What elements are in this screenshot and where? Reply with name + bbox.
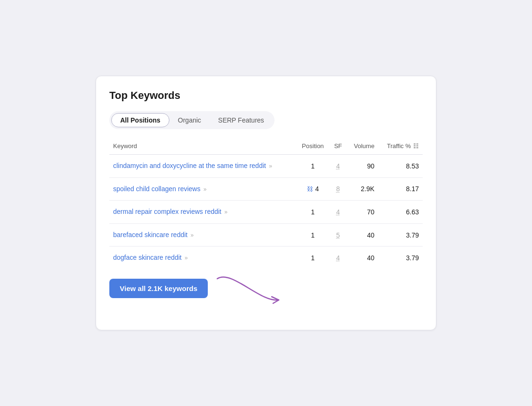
keyword-link[interactable]: spoiled child collagen reviews »	[113, 185, 206, 193]
volume-cell: 90	[347, 155, 379, 178]
table-row: spoiled child collagen reviews »⛓482.9K8…	[109, 177, 423, 201]
card-title: Top Keywords	[109, 89, 423, 102]
position-value: 4	[315, 185, 319, 193]
chevron-double-icon: »	[202, 186, 206, 193]
tab-group: All Positions Organic SERP Features	[109, 111, 275, 129]
sf-cell: 4	[329, 155, 347, 178]
filter-icon[interactable]: ☷	[413, 142, 419, 150]
position-cell: 1	[296, 155, 329, 178]
position-value: 1	[311, 208, 315, 216]
chevron-double-icon: »	[223, 209, 228, 215]
keyword-link[interactable]: barefaced skincare reddit »	[113, 231, 194, 238]
sf-value: 4	[336, 254, 340, 262]
keyword-link[interactable]: clindamycin and doxycycline at the same …	[113, 162, 272, 169]
chevron-double-icon: »	[189, 232, 194, 238]
traffic-cell: 8.53	[378, 155, 423, 178]
table-row: clindamycin and doxycycline at the same …	[109, 155, 423, 178]
traffic-cell: 3.79	[378, 247, 423, 269]
volume-cell: 40	[347, 247, 379, 269]
top-keywords-card: Top Keywords All Positions Organic SERP …	[96, 76, 436, 330]
sf-value: 8	[336, 185, 340, 193]
keywords-table: Keyword Position SF Volume Traffic % ☷ c…	[109, 140, 423, 269]
tab-all-positions[interactable]: All Positions	[111, 113, 169, 127]
tab-organic[interactable]: Organic	[169, 113, 210, 127]
table-row: dogface skincare reddit »14403.79	[109, 247, 423, 269]
position-cell: 1	[296, 223, 329, 247]
traffic-cell: 3.79	[378, 223, 423, 247]
col-header-keyword: Keyword	[109, 140, 296, 155]
traffic-cell: 8.17	[378, 177, 423, 201]
col-header-sf: SF	[329, 140, 347, 155]
view-all-button[interactable]: View all 2.1K keywords	[109, 279, 208, 298]
table-row: barefaced skincare reddit »15403.79	[109, 223, 423, 247]
sf-cell: 5	[329, 223, 347, 247]
traffic-cell: 6.63	[378, 201, 423, 224]
position-cell: 1	[296, 201, 329, 224]
sf-value: 4	[336, 208, 340, 216]
position-value: 1	[311, 231, 315, 239]
position-value: 1	[311, 162, 315, 170]
col-header-traffic: Traffic % ☷	[378, 140, 423, 155]
volume-cell: 40	[347, 223, 379, 247]
chevron-double-icon: »	[267, 163, 272, 169]
position-value: 1	[311, 254, 315, 262]
table-row: dermal repair complex reviews reddit »14…	[109, 201, 423, 224]
volume-cell: 2.9K	[347, 177, 379, 201]
sf-value: 5	[336, 231, 340, 239]
position-cell: ⛓4	[296, 177, 329, 201]
link-icon: ⛓	[307, 185, 313, 193]
col-header-position: Position	[296, 140, 329, 155]
tab-serp-features[interactable]: SERP Features	[210, 113, 273, 127]
card-footer: View all 2.1K keywords	[109, 279, 423, 317]
sf-cell: 4	[329, 201, 347, 224]
position-cell: 1	[296, 247, 329, 269]
sf-cell: 4	[329, 247, 347, 269]
keyword-link[interactable]: dogface skincare reddit »	[113, 254, 188, 261]
keyword-link[interactable]: dermal repair complex reviews reddit »	[113, 208, 228, 215]
arrow-decoration	[213, 279, 288, 317]
sf-cell: 8	[329, 177, 347, 201]
col-header-volume: Volume	[347, 140, 379, 155]
chevron-double-icon: »	[183, 255, 188, 261]
sf-value: 4	[336, 162, 340, 170]
volume-cell: 70	[347, 201, 379, 224]
